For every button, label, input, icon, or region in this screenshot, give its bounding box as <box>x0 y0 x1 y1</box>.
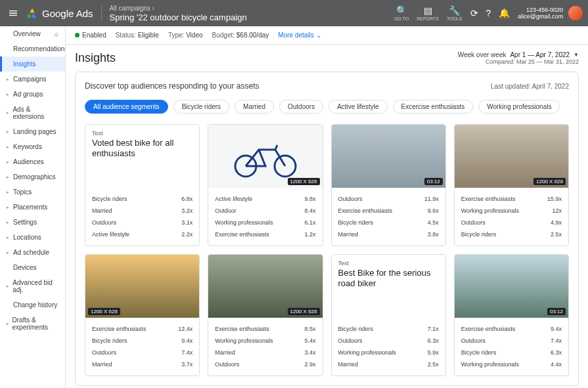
sidebar-item-demographics[interactable]: ▸Demographics <box>0 169 65 184</box>
metric-label: Outdoors <box>461 337 486 344</box>
metric-value: 1.2x <box>304 231 315 238</box>
account-info[interactable]: 123-456-0020 alice@gmail.com <box>518 7 563 20</box>
date-range-picker[interactable]: Week over week Apr 1 — Apr 7, 2022 ▼ Com… <box>458 51 579 65</box>
compare-range: Compared: Mar 25 — Mar 31, 2022 <box>458 58 579 65</box>
notifications-icon[interactable]: 🔔 <box>499 8 510 18</box>
sidebar-item-settings[interactable]: ▸Settings <box>0 215 65 230</box>
search-tool[interactable]: 🔍GO TO <box>394 5 409 21</box>
avatar[interactable] <box>568 6 583 20</box>
refresh-icon[interactable]: ⟳ <box>470 8 478 18</box>
sidebar-item-campaigns[interactable]: ▸Campaigns <box>0 72 65 87</box>
sidebar-item-recommendations[interactable]: Recommendations <box>0 41 65 56</box>
tools-tool[interactable]: 🔧TOOLS <box>447 5 463 21</box>
audience-chip[interactable]: All audience segments <box>85 100 168 114</box>
account-phone: 123-456-0020 <box>518 7 563 13</box>
metric-value: 12x <box>552 207 562 214</box>
sidebar-item-devices[interactable]: Devices <box>0 260 65 275</box>
metric-value: 11.9x <box>424 196 439 202</box>
campaign-breadcrumb[interactable]: All campaigns › Spring '22 outdoor bicyc… <box>110 5 247 22</box>
asset-card[interactable]: 1200 X 628Active lifestyle9.8xOutdoor8.4… <box>208 124 323 246</box>
sidebar-item-locations[interactable]: ▸Locations <box>0 230 65 245</box>
metric-label: Working professionals <box>215 219 273 226</box>
sidebar-item-advancedbid[interactable]: ▸Advanced bid adj. <box>0 275 65 297</box>
more-details-link[interactable]: More details ⌄ <box>278 32 321 39</box>
sidebar-item-drafts[interactable]: ▸Drafts & experiments <box>0 313 65 335</box>
metric-label: Bicycle riders <box>92 196 127 202</box>
metric-row: Married3.2x <box>92 205 192 217</box>
status-dot-icon <box>75 33 79 37</box>
asset-text-preview: TextVoted best bike for all enthusiasts <box>85 125 199 188</box>
metric-label: Outdoors <box>461 219 486 226</box>
menu-icon[interactable] <box>5 5 21 21</box>
account-email: alice@gmail.com <box>518 13 563 20</box>
asset-card[interactable]: TextVoted best bike for all enthusiastsB… <box>85 124 200 246</box>
sidebar-item-changehistory[interactable]: Change history <box>0 297 65 313</box>
metric-row: Bicycle riders2.5x <box>461 228 562 240</box>
metric-label: Exercise enthusiasts <box>92 326 147 332</box>
metric-row: Exercise enthusiasts9.6x <box>338 205 439 217</box>
status-enabled[interactable]: Enabled <box>75 32 106 39</box>
asset-card[interactable]: 03:12Outdoors11.9xExercise enthusiasts9.… <box>331 124 446 246</box>
sidebar-item-landing[interactable]: ▸Landing pages <box>0 124 65 139</box>
sidebar-item-audiences[interactable]: ▸Audiences <box>0 154 65 169</box>
sidebar-item-keywords[interactable]: ▸Keywords <box>0 139 65 154</box>
sidebar-item-adgroups[interactable]: ▸Ad groups <box>0 87 65 102</box>
asset-metrics: Exercise enthusiasts8.5xWorking professi… <box>208 318 322 376</box>
metric-label: Active lifestyle <box>215 196 252 202</box>
image-dimension-badge: 1200 X 628 <box>533 178 566 185</box>
asset-grid: TextVoted best bike for all enthusiastsB… <box>85 124 569 376</box>
asset-image-preview: 1200 X 628 <box>208 255 322 318</box>
chevron-right-icon: ▸ <box>7 220 11 225</box>
metric-label: Bicycle riders <box>338 219 374 226</box>
image-dimension-badge: 1200 X 628 <box>288 178 320 185</box>
status-budget: Budget: $68.00/day <box>212 32 269 39</box>
audience-chip[interactable]: Working professionals <box>478 100 560 114</box>
metric-label: Outdoors <box>92 349 116 356</box>
metric-value: 2.5x <box>551 231 562 238</box>
asset-card[interactable]: 1200 X 628Exercise enthusiasts8.5xWorkin… <box>208 254 323 376</box>
sidebar-item-topics[interactable]: ▸Topics <box>0 184 65 200</box>
search-icon: 🔍 <box>396 5 407 16</box>
reports-tool[interactable]: ▤REPORTS <box>417 5 439 21</box>
metric-label: Working professionals <box>461 207 519 214</box>
sidebar-item-overview[interactable]: Overview⌂ <box>0 26 65 41</box>
asset-card[interactable]: 1200 X 628Exercise enthusiasts15.9xWorki… <box>454 124 569 246</box>
metric-value: 3.1x <box>181 219 192 226</box>
asset-headline: Best Bike for the serious road biker <box>338 268 439 290</box>
asset-video-preview: 03:12 <box>332 125 445 188</box>
header-divider <box>101 5 102 21</box>
product-logo[interactable]: Google Ads <box>26 7 93 19</box>
metric-row: Bicycle riders4.5x <box>338 217 439 228</box>
asset-card[interactable]: 03:12Exercise enthusiasts9.4xOutdoors7.4… <box>454 254 569 376</box>
chevron-right-icon: ▸ <box>7 129 11 135</box>
sidebar-item-adsext[interactable]: ▸Ads & extensions <box>0 102 65 124</box>
metric-row: Working professionals12x <box>461 205 562 217</box>
chevron-right-icon: ▸ <box>7 190 11 195</box>
metric-row: Bicycle riders9.4x <box>92 335 192 347</box>
audience-chips: All audience segmentsBicycle ridersMarri… <box>85 100 569 114</box>
sidebar-item-insights[interactable]: Insights <box>0 56 65 72</box>
metric-row: Outdoors7.4x <box>92 347 192 358</box>
image-dimension-badge: 1200 X 628 <box>288 308 320 315</box>
audience-chip[interactable]: Active lifestyle <box>328 100 387 114</box>
metric-value: 6.3x <box>428 337 439 344</box>
metric-row: Outdoors7.4x <box>461 335 562 347</box>
status-bar: Enabled Status: Eligible Type: Video Bud… <box>66 26 588 45</box>
asset-card[interactable]: TextBest Bike for the serious road biker… <box>331 254 446 376</box>
metric-row: Working professionals4.4x <box>461 358 562 370</box>
breadcrumb-text: All campaigns › <box>110 5 247 12</box>
help-icon[interactable]: ? <box>486 8 491 18</box>
asset-card[interactable]: 1200 X 628Exercise enthusiasts12.4xBicyc… <box>85 254 200 376</box>
audience-chip[interactable]: Bicycle riders <box>173 100 229 114</box>
asset-image-preview: 1200 X 628 <box>208 125 322 188</box>
audience-chip[interactable]: Excercise enthusiasts <box>393 100 474 114</box>
sidebar-item-placements[interactable]: ▸Placements <box>0 200 65 215</box>
audience-chip[interactable]: Outdoors <box>279 100 323 114</box>
metric-value: 9.8x <box>304 196 315 202</box>
asset-metrics: Exercise enthusiasts15.9xWorking profess… <box>455 188 568 246</box>
audience-chip[interactable]: Married <box>235 100 274 114</box>
sidebar-item-adschedule[interactable]: ▸Ad schedule <box>0 245 65 260</box>
metric-value: 2.9x <box>304 361 315 368</box>
metric-label: Working professionals <box>461 361 519 368</box>
card-title: Discover top audiences responding to you… <box>85 81 259 91</box>
